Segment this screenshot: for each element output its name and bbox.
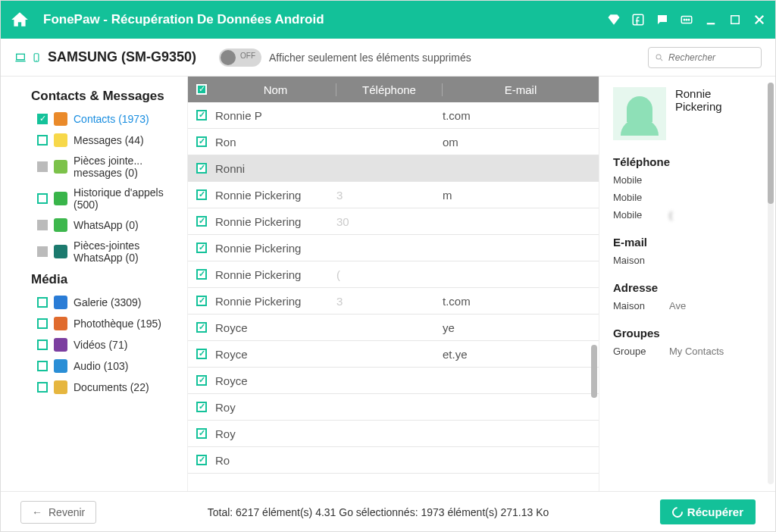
select-all-checkbox[interactable] xyxy=(188,84,215,95)
row-checkbox[interactable] xyxy=(188,269,215,280)
sidebar-checkbox[interactable] xyxy=(37,193,48,204)
titlebar: FonePaw - Récupération De Données Androi… xyxy=(1,1,775,39)
row-checkbox[interactable] xyxy=(188,110,215,120)
row-checkbox[interactable] xyxy=(188,296,215,306)
home-icon[interactable] xyxy=(10,10,30,30)
col-phone[interactable]: Téléphone xyxy=(336,83,443,96)
row-checkbox[interactable] xyxy=(188,349,215,359)
sidebar-item[interactable]: Messages (44) xyxy=(1,130,187,151)
search-box[interactable] xyxy=(648,47,762,68)
sidebar-item[interactable]: Contacts (1973) xyxy=(1,108,187,130)
sidebar-item[interactable]: Pièces jointe... messages (0) xyxy=(1,151,187,183)
row-checkbox[interactable] xyxy=(188,136,215,147)
detail-label: Maison xyxy=(613,300,656,311)
table-row[interactable]: Ronnie Pickering30 xyxy=(188,208,599,235)
sidebar-item-label: Pièces jointe... messages (0) xyxy=(74,155,178,179)
sidebar-checkbox[interactable] xyxy=(37,297,48,308)
sidebar-checkbox[interactable] xyxy=(37,114,48,124)
detail-label: Mobile xyxy=(613,192,656,203)
cell-name: Ro xyxy=(215,454,336,467)
detail-label: Groupe xyxy=(613,346,656,357)
row-checkbox[interactable] xyxy=(188,189,215,200)
diamond-icon[interactable] xyxy=(607,13,621,27)
sidebar-item[interactable]: Vidéos (71) xyxy=(1,334,187,355)
sidebar-checkbox[interactable] xyxy=(37,382,48,393)
table-scrollbar[interactable] xyxy=(591,345,597,398)
sidebar-section-contacts: Contacts & Messages xyxy=(1,84,187,108)
row-checkbox[interactable] xyxy=(188,216,215,227)
detail-value: ( xyxy=(669,209,765,221)
detail-row: Mobile xyxy=(613,192,765,203)
detail-label: Maison xyxy=(613,255,656,266)
svg-line-14 xyxy=(661,58,663,61)
svg-rect-0 xyxy=(633,14,643,25)
row-checkbox[interactable] xyxy=(188,375,215,386)
sidebar-item-label: Pièces-jointes WhatsApp (0) xyxy=(74,239,178,264)
sidebar-item[interactable]: Historique d'appels (500) xyxy=(1,183,187,214)
deleted-only-toggle[interactable]: OFF Afficher seulement les éléments supp… xyxy=(219,49,471,67)
category-icon xyxy=(54,112,67,126)
table-row[interactable]: Royceye xyxy=(188,315,599,341)
cell-name: Roy xyxy=(215,401,336,414)
sidebar-item[interactable]: Pièces-jointes WhatsApp (0) xyxy=(1,236,187,268)
sidebar-checkbox[interactable] xyxy=(37,220,48,230)
cell-name: Ronni xyxy=(215,162,336,175)
table-row[interactable]: Royce xyxy=(188,368,599,394)
table-row[interactable]: Roy xyxy=(188,421,599,447)
table-row[interactable]: Ro xyxy=(188,447,599,474)
cell-name: Royce xyxy=(215,348,336,361)
row-checkbox[interactable] xyxy=(188,428,215,439)
sidebar-item[interactable]: Documents (22) xyxy=(1,377,187,398)
recover-button[interactable]: Récupérer xyxy=(660,499,756,524)
table-row[interactable]: Ronom xyxy=(188,129,599,155)
table-header: Nom Téléphone E-mail xyxy=(188,77,599,102)
row-checkbox[interactable] xyxy=(188,243,215,253)
sidebar-item[interactable]: Audio (103) xyxy=(1,355,187,377)
contact-avatar xyxy=(613,87,666,140)
details-scrollbar[interactable] xyxy=(768,83,774,204)
sidebar-item[interactable]: Galerie (3309) xyxy=(1,292,187,313)
table-row[interactable]: Ronnie Pickering xyxy=(188,235,599,261)
sidebar-item-label: Galerie (3309) xyxy=(74,296,142,308)
category-icon xyxy=(54,133,67,147)
detail-value xyxy=(669,255,765,266)
close-icon[interactable] xyxy=(753,13,766,27)
footer-status: Total: 6217 élément(s) 4.31 Go sélection… xyxy=(96,506,660,518)
table-row[interactable]: Ronni xyxy=(188,155,599,182)
table-row[interactable]: Ronnie Pickering3t.com xyxy=(188,288,599,315)
table-row[interactable]: Royceet.ye xyxy=(188,341,599,368)
cell-name: Ronnie Pickering xyxy=(215,189,336,202)
search-input[interactable] xyxy=(668,52,755,63)
sidebar-item[interactable]: WhatsApp (0) xyxy=(1,214,187,236)
sidebar-checkbox[interactable] xyxy=(37,340,48,350)
col-email[interactable]: E-mail xyxy=(443,83,599,96)
svg-rect-9 xyxy=(17,54,25,59)
table-row[interactable]: Ronnie Pickering( xyxy=(188,261,599,288)
sidebar-checkbox[interactable] xyxy=(37,361,48,371)
col-name[interactable]: Nom xyxy=(215,83,336,96)
table-row[interactable]: Ronnie Pickering3m xyxy=(188,182,599,208)
more-icon[interactable] xyxy=(680,13,693,27)
back-button[interactable]: ← Revenir xyxy=(20,501,96,524)
table-row[interactable]: Ronnie Pt.com xyxy=(188,102,599,129)
facebook-icon[interactable] xyxy=(631,13,645,27)
sidebar-item[interactable]: Photothèque (195) xyxy=(1,313,187,334)
row-checkbox[interactable] xyxy=(188,322,215,333)
row-checkbox[interactable] xyxy=(188,402,215,412)
minimize-icon[interactable] xyxy=(704,13,718,27)
sidebar-checkbox[interactable] xyxy=(37,135,48,146)
row-checkbox[interactable] xyxy=(188,455,215,465)
sidebar-checkbox[interactable] xyxy=(37,246,48,257)
contacts-table: Nom Téléphone E-mail Ronnie Pt.comRonomR… xyxy=(187,77,599,491)
feedback-icon[interactable] xyxy=(656,13,669,27)
maximize-icon[interactable] xyxy=(728,13,742,27)
recover-label: Récupérer xyxy=(687,505,743,518)
detail-value: Ave xyxy=(669,300,765,311)
row-checkbox[interactable] xyxy=(188,163,215,174)
sidebar-checkbox[interactable] xyxy=(37,161,48,172)
app-title: FonePaw - Récupération De Données Androi… xyxy=(43,12,324,27)
laptop-icon xyxy=(14,52,27,64)
table-row[interactable]: Roy xyxy=(188,394,599,421)
details-panel: Ronnie Pickering Téléphone MobileMobileM… xyxy=(599,77,775,491)
sidebar-checkbox[interactable] xyxy=(37,318,48,329)
